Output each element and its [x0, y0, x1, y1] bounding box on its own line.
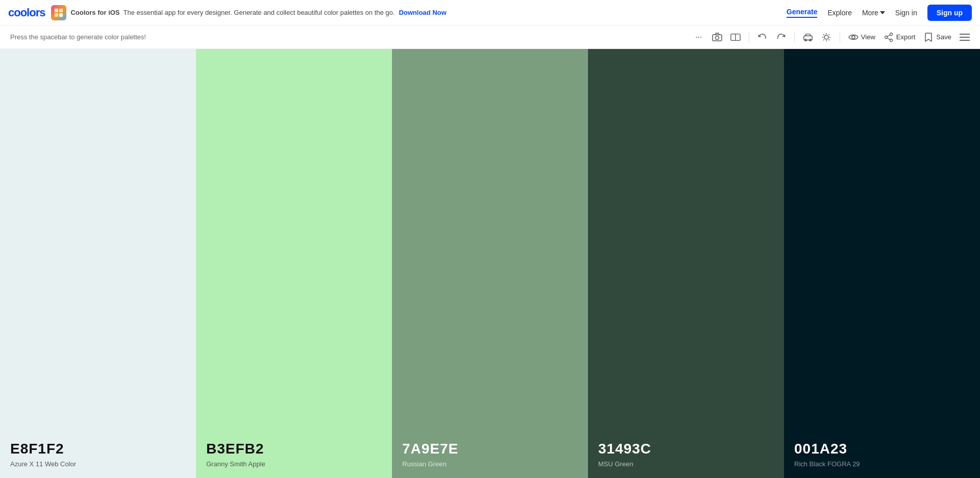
nav-bar: coolors Coolors for iOS The essential ap… — [0, 0, 980, 26]
chevron-down-icon — [880, 11, 885, 14]
redo-button[interactable] — [776, 32, 786, 42]
color-swatch-1[interactable]: E8F1F2 Azure X 11 Web Color — [0, 49, 196, 478]
svg-rect-1 — [59, 9, 63, 12]
split-view-button[interactable] — [730, 32, 741, 42]
export-button[interactable]: Export — [884, 32, 916, 42]
nav-promo: Coolors for iOS The essential app for ev… — [51, 5, 780, 20]
visualize-icon — [803, 32, 813, 42]
svg-point-21 — [890, 33, 892, 35]
color-name-5: Rich Black FOGRA 29 — [794, 460, 970, 468]
color-swatch-2[interactable]: B3EFB2 Granny Smith Apple — [196, 49, 392, 478]
logo-text: coolors — [8, 6, 45, 19]
svg-line-18 — [828, 34, 829, 35]
svg-point-20 — [852, 36, 855, 39]
eye-icon — [848, 32, 859, 42]
svg-point-11 — [824, 35, 828, 39]
camera-icon — [712, 32, 722, 42]
color-swatch-4[interactable]: 31493C MSU Green — [588, 49, 784, 478]
undo-icon — [757, 32, 768, 42]
menu-button[interactable] — [960, 32, 970, 42]
svg-rect-2 — [55, 13, 58, 17]
color-hex-1: E8F1F2 — [10, 441, 186, 457]
toolbar-divider-3 — [840, 32, 840, 42]
redo-icon — [776, 32, 786, 42]
nav-explore-link[interactable]: Explore — [827, 9, 851, 17]
svg-point-5 — [715, 36, 719, 40]
signin-button[interactable]: Sign in — [895, 9, 917, 17]
ios-app-icon — [51, 5, 66, 20]
toolbar-divider-2 — [794, 32, 795, 42]
color-hex-3: 7A9E7E — [402, 441, 578, 457]
svg-line-17 — [828, 39, 829, 40]
toolbar-divider-1 — [749, 32, 749, 42]
sun-icon — [821, 32, 831, 42]
color-name-2: Granny Smith Apple — [206, 460, 382, 468]
promo-description: The essential app for every designer. Ge… — [124, 9, 395, 16]
palette-container: E8F1F2 Azure X 11 Web Color B3EFB2 Grann… — [0, 49, 980, 478]
color-name-4: MSU Green — [598, 460, 774, 468]
svg-rect-0 — [55, 9, 58, 12]
color-swatch-5[interactable]: 001A23 Rich Black FOGRA 29 — [784, 49, 980, 478]
color-swatch-3[interactable]: 7A9E7E Russian Green — [392, 49, 588, 478]
brightness-button[interactable] — [821, 32, 831, 42]
promo-app-name: Coolors for iOS The essential app for ev… — [70, 9, 395, 16]
svg-rect-3 — [59, 13, 63, 17]
camera-button[interactable] — [712, 32, 722, 42]
toolbar-right: ··· — [694, 32, 970, 42]
view-button[interactable]: View — [848, 32, 875, 42]
hamburger-icon — [960, 32, 970, 42]
color-name-3: Russian Green — [402, 460, 578, 468]
undo-button[interactable] — [757, 32, 768, 42]
svg-line-16 — [823, 34, 824, 35]
svg-line-25 — [887, 38, 890, 40]
share-icon — [884, 32, 894, 42]
nav-more-dropdown[interactable]: More — [862, 9, 885, 17]
svg-line-19 — [823, 39, 824, 40]
logo[interactable]: coolors — [8, 6, 45, 19]
split-view-icon — [730, 32, 741, 42]
color-hex-5: 001A23 — [794, 441, 970, 457]
promo-download-link[interactable]: Download Now — [399, 9, 446, 16]
nav-more-label: More — [862, 9, 878, 17]
save-button[interactable]: Save — [923, 32, 951, 42]
svg-point-22 — [890, 39, 892, 41]
svg-point-23 — [885, 36, 887, 38]
visualize-button[interactable] — [803, 32, 813, 42]
toolbar: Press the spacebar to generate color pal… — [0, 26, 980, 49]
svg-line-24 — [887, 35, 890, 37]
view-label: View — [861, 33, 875, 41]
more-options-button[interactable]: ··· — [694, 32, 704, 42]
bookmark-icon — [923, 32, 934, 42]
color-hex-4: 31493C — [598, 441, 774, 457]
save-label: Save — [936, 33, 951, 41]
toolbar-hint: Press the spacebar to generate color pal… — [10, 33, 694, 41]
signup-button[interactable]: Sign up — [927, 5, 972, 21]
color-name-1: Azure X 11 Web Color — [10, 460, 186, 468]
export-label: Export — [896, 33, 916, 41]
nav-generate-link[interactable]: Generate — [787, 8, 818, 18]
ellipsis-icon: ··· — [694, 32, 704, 42]
color-hex-2: B3EFB2 — [206, 441, 382, 457]
nav-right: Generate Explore More Sign in Sign up — [787, 5, 972, 21]
